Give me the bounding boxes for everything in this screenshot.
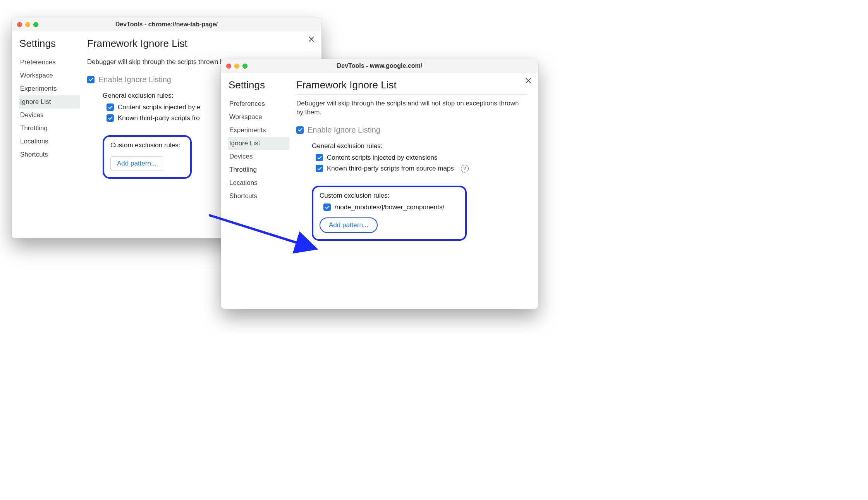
content-scripts-row: Content scripts injected by extensions (316, 154, 528, 162)
page-description: Debugger will skip through the scripts a… (296, 99, 528, 117)
enable-ignore-listing-checkbox[interactable] (296, 126, 304, 134)
add-pattern-button[interactable]: Add pattern... (320, 217, 378, 233)
page-title: Framework Ignore List (87, 38, 311, 53)
general-exclusion-heading: General exclusion rules: (312, 142, 528, 150)
custom-exclusion-heading: Custom exclusion rules: (320, 192, 459, 200)
sidebar-item-throttling[interactable]: Throttling (19, 122, 80, 135)
sidebar-item-ignore-list[interactable]: Ignore List (19, 95, 80, 109)
titlebar[interactable]: DevTools - chrome://new-tab-page/ (12, 17, 321, 31)
custom-pattern-row: /node_modules/|/bower_components/ (323, 203, 459, 211)
enable-ignore-listing-row: Enable Ignore Listing (296, 126, 528, 134)
sidebar-item-locations[interactable]: Locations (228, 176, 289, 190)
highlight-annotation-2: Custom exclusion rules: /node_modules/|/… (312, 186, 467, 241)
sidebar-item-throttling[interactable]: Throttling (228, 163, 289, 176)
sidebar-item-shortcuts[interactable]: Shortcuts (19, 148, 80, 161)
sidebar-item-ignore-list[interactable]: Ignore List (228, 137, 289, 150)
custom-exclusion-section: Custom exclusion rules: /node_modules/|/… (312, 180, 528, 241)
third-party-scripts-label: Known third-party scripts from source ma… (327, 165, 454, 172)
custom-pattern-label: /node_modules/|/bower_components/ (335, 203, 444, 211)
settings-sidebar: Settings Preferences Workspace Experimen… (221, 73, 292, 301)
minimize-window-icon[interactable] (234, 64, 239, 69)
titlebar[interactable]: DevTools - www.google.com/ (221, 59, 538, 73)
custom-exclusion-heading: Custom exclusion rules: (110, 141, 184, 149)
help-icon[interactable]: ? (461, 165, 469, 172)
settings-main: Framework Ignore List Debugger will skip… (292, 73, 538, 301)
third-party-scripts-row: Known third-party scripts from source ma… (316, 165, 528, 172)
content-scripts-checkbox[interactable] (316, 154, 323, 161)
sidebar-item-workspace[interactable]: Workspace (19, 69, 80, 82)
third-party-scripts-checkbox[interactable] (107, 114, 114, 122)
enable-ignore-listing-label: Enable Ignore Listing (308, 126, 380, 134)
sidebar-item-experiments[interactable]: Experiments (19, 82, 80, 95)
settings-heading: Settings (19, 38, 83, 50)
sidebar-item-workspace[interactable]: Workspace (228, 110, 289, 124)
sidebar-item-experiments[interactable]: Experiments (228, 124, 289, 137)
window-title: DevTools - chrome://new-tab-page/ (12, 21, 321, 28)
content-scripts-label: Content scripts injected by extensions (327, 154, 437, 162)
sidebar-item-devices[interactable]: Devices (19, 109, 80, 122)
traffic-lights (226, 64, 248, 69)
settings-heading: Settings (229, 79, 292, 91)
general-exclusion-section: General exclusion rules: Content scripts… (312, 142, 528, 172)
page-title: Framework Ignore List (296, 79, 528, 95)
content-scripts-label: Content scripts injected by e (118, 103, 201, 111)
third-party-scripts-label: Known third-party scripts fro (118, 114, 200, 122)
sidebar-item-shortcuts[interactable]: Shortcuts (228, 190, 289, 203)
highlight-annotation-1: Custom exclusion rules: Add pattern... (103, 135, 192, 179)
close-settings-button[interactable] (308, 35, 315, 45)
maximize-window-icon[interactable] (33, 22, 38, 27)
settings-sidebar: Settings Preferences Workspace Experimen… (12, 31, 83, 231)
third-party-scripts-checkbox[interactable] (316, 165, 323, 172)
sidebar-item-locations[interactable]: Locations (19, 135, 80, 148)
sidebar-item-preferences[interactable]: Preferences (228, 97, 289, 110)
window-title: DevTools - www.google.com/ (221, 62, 538, 69)
enable-ignore-listing-label: Enable Ignore Listing (98, 75, 171, 84)
close-window-icon[interactable] (17, 22, 22, 27)
maximize-window-icon[interactable] (242, 64, 248, 69)
sidebar-item-preferences[interactable]: Preferences (19, 56, 80, 69)
traffic-lights (17, 22, 38, 27)
close-settings-button[interactable] (524, 77, 532, 87)
content-scripts-checkbox[interactable] (107, 103, 114, 111)
minimize-window-icon[interactable] (25, 22, 30, 27)
enable-ignore-listing-checkbox[interactable] (87, 76, 95, 83)
close-window-icon[interactable] (226, 64, 231, 69)
add-pattern-button[interactable]: Add pattern... (110, 156, 163, 171)
sidebar-item-devices[interactable]: Devices (228, 150, 289, 163)
devtools-window-2: DevTools - www.google.com/ Settings Pref… (221, 59, 538, 309)
custom-pattern-checkbox[interactable] (323, 203, 331, 211)
